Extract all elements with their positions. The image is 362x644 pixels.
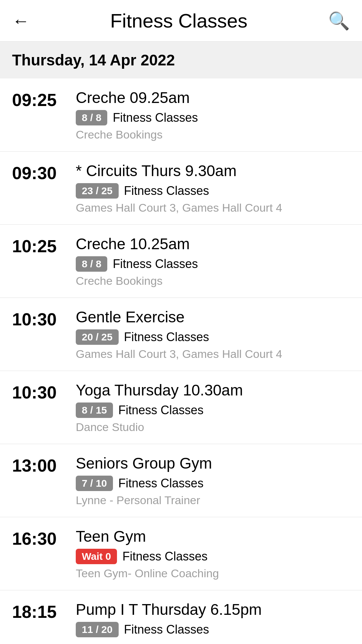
class-time: 09:30 — [12, 163, 66, 183]
class-item[interactable]: 13:00 Seniors Group Gym 7 / 10 Fitness C… — [0, 444, 362, 517]
class-name: Yoga Thursday 10.30am — [76, 381, 350, 399]
class-badge-row: 8 / 8 Fitness Classes — [76, 256, 350, 272]
class-time: 10:30 — [12, 382, 66, 402]
class-item[interactable]: 10:30 Gentle Exercise 20 / 25 Fitness Cl… — [0, 298, 362, 371]
class-badge-row: Wait 0 Fitness Classes — [76, 549, 350, 564]
class-category: Fitness Classes — [118, 476, 203, 490]
class-details: Pump I T Thursday 6.15pm 11 / 20 Fitness… — [76, 600, 350, 640]
class-list: 09:25 Creche 09.25am 8 / 8 Fitness Class… — [0, 78, 362, 644]
class-badge-row: 20 / 25 Fitness Classes — [76, 329, 350, 345]
class-name: Seniors Group Gym — [76, 454, 350, 472]
class-time: 09:25 — [12, 90, 66, 110]
class-badge: 11 / 20 — [76, 622, 119, 637]
class-time: 18:15 — [12, 602, 66, 622]
class-location: Dance Studio — [76, 421, 350, 434]
class-item[interactable]: 18:15 Pump I T Thursday 6.15pm 11 / 20 F… — [0, 590, 362, 644]
class-location: Games Hall Court 3, Games Hall Court 4 — [76, 201, 350, 214]
class-location: Creche Bookings — [76, 128, 350, 141]
class-category: Fitness Classes — [118, 403, 203, 417]
class-item[interactable]: 10:25 Creche 10.25am 8 / 8 Fitness Class… — [0, 225, 362, 298]
class-name: Creche 09.25am — [76, 89, 350, 107]
class-details: Creche 10.25am 8 / 8 Fitness Classes Cre… — [76, 235, 350, 287]
class-location: Games Hall Court 3, Games Hall Court 4 — [76, 347, 350, 361]
class-badge: 8 / 8 — [76, 256, 107, 272]
class-badge: 8 / 8 — [76, 110, 107, 125]
class-time: 16:30 — [12, 529, 66, 549]
class-badge: Wait 0 — [76, 549, 117, 564]
class-details: Seniors Group Gym 7 / 10 Fitness Classes… — [76, 454, 350, 507]
date-bar: Thursday, 14 Apr 2022 — [0, 42, 362, 78]
class-category: Fitness Classes — [124, 330, 209, 344]
class-item[interactable]: 16:30 Teen Gym Wait 0 Fitness Classes Te… — [0, 517, 362, 590]
class-badge: 7 / 10 — [76, 476, 113, 491]
class-details: * Circuits Thurs 9.30am 23 / 25 Fitness … — [76, 162, 350, 214]
class-category: Fitness Classes — [124, 623, 209, 637]
class-details: Gentle Exercise 20 / 25 Fitness Classes … — [76, 308, 350, 361]
class-location: Lynne - Personal Trainer — [76, 494, 350, 507]
class-name: Gentle Exercise — [76, 308, 350, 326]
class-badge: 20 / 25 — [76, 329, 119, 345]
back-button[interactable]: ← — [12, 12, 29, 30]
class-name: Creche 10.25am — [76, 235, 350, 253]
class-category: Fitness Classes — [122, 549, 207, 564]
class-item[interactable]: 09:30 * Circuits Thurs 9.30am 23 / 25 Fi… — [0, 152, 362, 225]
class-badge-row: 7 / 10 Fitness Classes — [76, 476, 350, 491]
class-item[interactable]: 09:25 Creche 09.25am 8 / 8 Fitness Class… — [0, 78, 362, 152]
class-category: Fitness Classes — [113, 257, 198, 271]
class-badge-row: 23 / 25 Fitness Classes — [76, 183, 350, 199]
app-header: ← Fitness Classes 🔍 — [0, 0, 362, 42]
class-location: Teen Gym- Online Coaching — [76, 567, 350, 580]
class-badge-row: 8 / 8 Fitness Classes — [76, 110, 350, 125]
class-time: 13:00 — [12, 455, 66, 476]
class-name: * Circuits Thurs 9.30am — [76, 162, 350, 180]
search-button[interactable]: 🔍 — [328, 12, 350, 30]
class-location: Creche Bookings — [76, 274, 350, 287]
class-name: Pump I T Thursday 6.15pm — [76, 600, 350, 619]
class-time: 10:25 — [12, 236, 66, 256]
date-label: Thursday, 14 Apr 2022 — [12, 51, 175, 69]
class-name: Teen Gym — [76, 527, 350, 545]
class-details: Yoga Thursday 10.30am 8 / 15 Fitness Cla… — [76, 381, 350, 434]
class-badge-row: 8 / 15 Fitness Classes — [76, 402, 350, 418]
class-badge: 23 / 25 — [76, 183, 119, 199]
class-details: Creche 09.25am 8 / 8 Fitness Classes Cre… — [76, 89, 350, 141]
class-item[interactable]: 10:30 Yoga Thursday 10.30am 8 / 15 Fitne… — [0, 371, 362, 444]
class-badge: 8 / 15 — [76, 402, 113, 418]
class-badge-row: 11 / 20 Fitness Classes — [76, 622, 350, 637]
class-time: 10:30 — [12, 309, 66, 329]
class-category: Fitness Classes — [113, 111, 198, 125]
page-title: Fitness Classes — [29, 9, 328, 32]
class-details: Teen Gym Wait 0 Fitness Classes Teen Gym… — [76, 527, 350, 580]
class-category: Fitness Classes — [124, 184, 209, 198]
